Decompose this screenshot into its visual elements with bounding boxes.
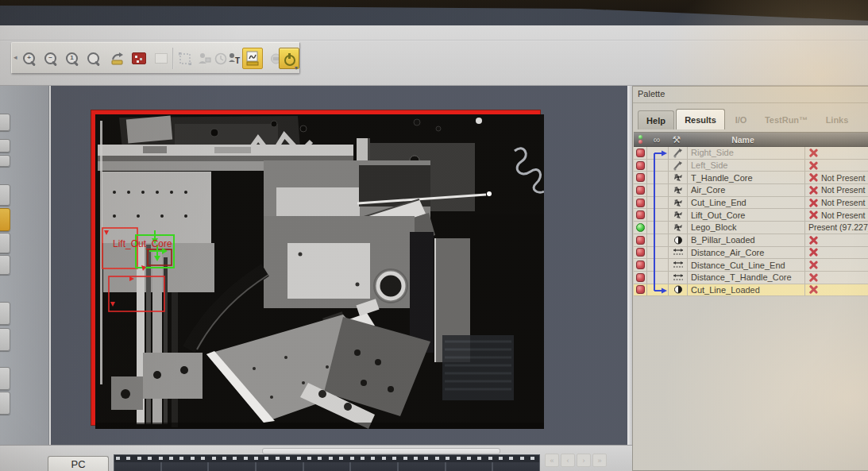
filmstrip-frame[interactable] (493, 462, 540, 471)
status-led[interactable] (636, 273, 645, 282)
filmstrip[interactable] (114, 454, 540, 471)
table-row[interactable]: Lego_Block Present (97.227) (634, 222, 868, 234)
result-text: Not Present (821, 173, 865, 183)
fail-x-icon (808, 284, 818, 295)
filmstrip-frame[interactable] (304, 462, 352, 471)
rail-button-active[interactable] (0, 208, 10, 231)
status-led[interactable] (636, 161, 645, 170)
table-row[interactable]: B_Pillar_Loaded (634, 234, 868, 247)
status-led[interactable] (636, 223, 645, 232)
status-led[interactable] (636, 173, 645, 182)
table-row[interactable]: Distance_Air_Core (634, 247, 868, 260)
camera-image-canvas[interactable]: Lift_Out_Core (91, 110, 540, 425)
left-rail (0, 86, 49, 445)
image-display-button[interactable] (152, 48, 171, 68)
status-led[interactable] (636, 248, 645, 257)
filmstrip-frame[interactable] (257, 462, 304, 471)
rail-button[interactable] (0, 328, 10, 351)
filmstrip-last-button[interactable]: » (592, 454, 607, 467)
status-led[interactable] (636, 149, 645, 157)
adjust-region-button[interactable] (176, 48, 195, 68)
tool-type-icon (669, 147, 688, 159)
rail-button[interactable] (0, 367, 10, 390)
operator-icon (197, 52, 211, 66)
table-row[interactable]: Left_Side (634, 160, 868, 172)
tab-help[interactable]: Help (638, 110, 674, 129)
table-row[interactable]: Distance_Cut_Line_End (634, 259, 868, 272)
fail-x-icon (808, 247, 818, 257)
image-view-panel: Lift_Out_Core (49, 86, 627, 445)
fail-x-icon (808, 148, 818, 158)
header-tools-icon: ⚒ (667, 133, 686, 146)
filmstrip-frame[interactable] (114, 462, 162, 471)
palette-panel: Palette Help Results I/O TestRun™ Links … (632, 86, 868, 471)
rail-button[interactable] (0, 233, 10, 253)
filmstrip-sprockets (116, 457, 539, 461)
text-tool-button[interactable]: T (226, 48, 242, 68)
status-led[interactable] (636, 236, 645, 245)
tab-io[interactable]: I/O (727, 110, 755, 129)
table-row[interactable]: Cut_Line_Loaded (634, 284, 868, 297)
status-led[interactable] (636, 285, 645, 294)
tool-name: Air_Core (691, 185, 725, 195)
status-led[interactable] (636, 210, 645, 219)
rail-button[interactable] (0, 255, 10, 275)
text-tool-icon: T (228, 52, 241, 66)
tool-type-icon (669, 247, 688, 259)
filmstrip-frame[interactable] (351, 462, 399, 471)
zoom-in-icon: + (22, 52, 37, 66)
rail-button[interactable] (0, 392, 10, 415)
tool-name: Lego_Block (691, 222, 737, 232)
fail-x-icon (808, 210, 818, 220)
zoom-actual-size-button[interactable]: 1 (63, 48, 82, 68)
tool-name: B_Pillar_Loaded (691, 235, 755, 245)
power-icon (284, 53, 295, 64)
status-led[interactable] (636, 261, 645, 269)
bottom-bar: PC « ‹ › » (0, 445, 632, 471)
table-row[interactable]: Air_Core Not Present (634, 184, 868, 197)
sensor-view-toggle-button[interactable] (242, 48, 263, 69)
table-row[interactable]: Cut_Line_End Not Present (634, 197, 868, 210)
filmstrip-frame[interactable] (162, 462, 210, 471)
live-video-button[interactable] (129, 48, 149, 68)
acquire-image-button[interactable] (108, 48, 127, 68)
rail-button[interactable] (0, 139, 10, 152)
rail-button[interactable] (0, 184, 10, 206)
tool-name: Distance_Air_Core (691, 248, 764, 257)
tab-links[interactable]: Links (819, 110, 855, 129)
tool-type-icon (669, 172, 688, 183)
filmstrip-frame[interactable] (209, 462, 257, 471)
zoom-in-button[interactable]: + (20, 48, 39, 68)
fail-x-icon (808, 198, 818, 208)
tab-testrun[interactable]: TestRun™ (757, 110, 816, 129)
filmstrip-next-button[interactable]: › (577, 454, 591, 467)
table-row[interactable]: Right_Side (634, 147, 868, 160)
tool-type-icon (669, 272, 688, 284)
adjust-region-icon (178, 52, 192, 66)
name-column-header: Name (686, 133, 800, 146)
filmstrip-scrollbar[interactable] (262, 448, 500, 454)
tool-type-icon (669, 284, 688, 296)
table-row[interactable]: T_Handle_Core Not Present (634, 172, 868, 184)
svg-text:T: T (235, 56, 240, 65)
status-led[interactable] (636, 186, 645, 195)
toolbar-overflow-icon[interactable]: ▾ (295, 64, 298, 71)
tab-results[interactable]: Results (676, 109, 725, 129)
filmstrip-frame[interactable] (399, 462, 446, 471)
toolbar-back-arrow-icon[interactable]: ◂ (14, 53, 17, 61)
toolbar-zone: ◂ + − 1 (0, 25, 868, 86)
table-row[interactable]: Distance_T_Handle_Core (634, 272, 868, 284)
filmstrip-first-button[interactable]: « (545, 454, 559, 467)
result-text: Not Present (821, 210, 865, 220)
rail-button[interactable] (0, 302, 10, 325)
pc-source-tab[interactable]: PC (48, 456, 109, 471)
table-row[interactable]: Lift_Out_Core Not Present (634, 209, 868, 222)
filmstrip-frame[interactable] (446, 462, 494, 471)
tool-name: Distance_Cut_Line_End (691, 261, 785, 270)
status-led[interactable] (636, 199, 645, 207)
rail-button[interactable] (0, 114, 10, 131)
filmstrip-prev-button[interactable]: ‹ (561, 454, 575, 467)
rail-button[interactable] (0, 155, 10, 167)
zoom-out-button[interactable]: − (41, 48, 60, 68)
zoom-fit-button[interactable] (84, 48, 103, 68)
